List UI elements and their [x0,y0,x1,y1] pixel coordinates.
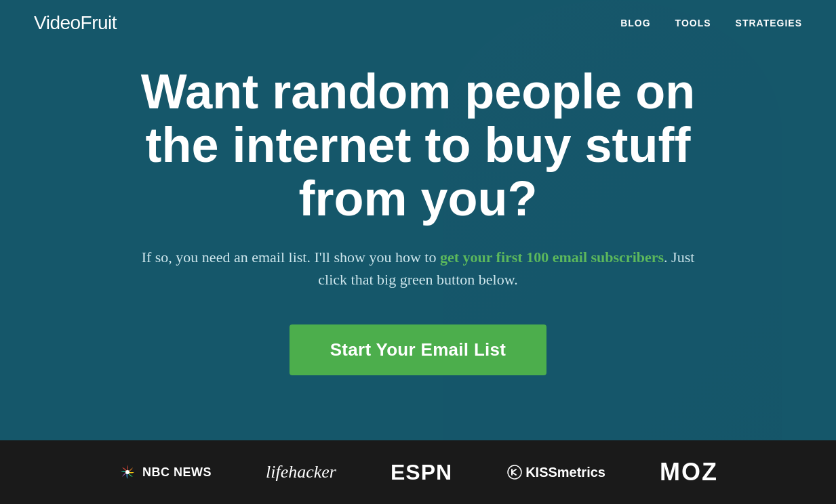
hero-subtext-before: If so, you need an email list. I'll show… [142,249,440,266]
logo-lifehacker: lifehacker [266,462,336,482]
kissmetrics-text: KISSmetrics [525,465,605,480]
nav-links: BLOG TOOLS STRATEGIES [620,17,802,29]
hero-content: Want random people on the internet to bu… [113,65,723,376]
nbc-peacock-icon [118,463,137,482]
hero-subtext: If so, you need an email list. I'll show… [140,246,696,291]
nav-item-tools[interactable]: TOOLS [675,17,711,29]
hero-subtext-link[interactable]: get your first 100 email subscribers [440,249,664,266]
start-email-list-button[interactable]: Start Your Email List [290,324,547,375]
lifehacker-text: lifehacker [266,462,336,482]
nav-link-blog[interactable]: BLOG [620,18,650,28]
logo-kissmetrics: KISSmetrics [506,464,605,480]
logo-moz: MOZ [660,458,718,486]
hero-section: VideoFruit BLOG TOOLS STRATEGIES Want ra… [0,0,836,440]
hero-headline: Want random people on the internet to bu… [140,65,696,226]
logos-bar: NBC NEWS lifehacker ESPN KISSmetrics MOZ [0,440,836,504]
nbc-news-text: NBC NEWS [142,465,212,480]
svg-point-1 [125,470,130,474]
nav-item-strategies[interactable]: STRATEGIES [736,17,802,29]
logo-nbc: NBC NEWS [118,463,212,482]
kissmetrics-icon [506,464,523,480]
moz-text: MOZ [660,458,718,486]
espn-text: ESPN [391,460,452,485]
site-logo[interactable]: VideoFruit [34,12,117,34]
nav-link-strategies[interactable]: STRATEGIES [736,18,802,28]
logo-text: VideoFruit [34,12,117,33]
logo-espn: ESPN [391,460,452,485]
nav-item-blog[interactable]: BLOG [620,17,650,29]
navbar: VideoFruit BLOG TOOLS STRATEGIES [0,0,836,46]
nav-link-tools[interactable]: TOOLS [675,18,711,28]
svg-point-2 [508,465,521,479]
